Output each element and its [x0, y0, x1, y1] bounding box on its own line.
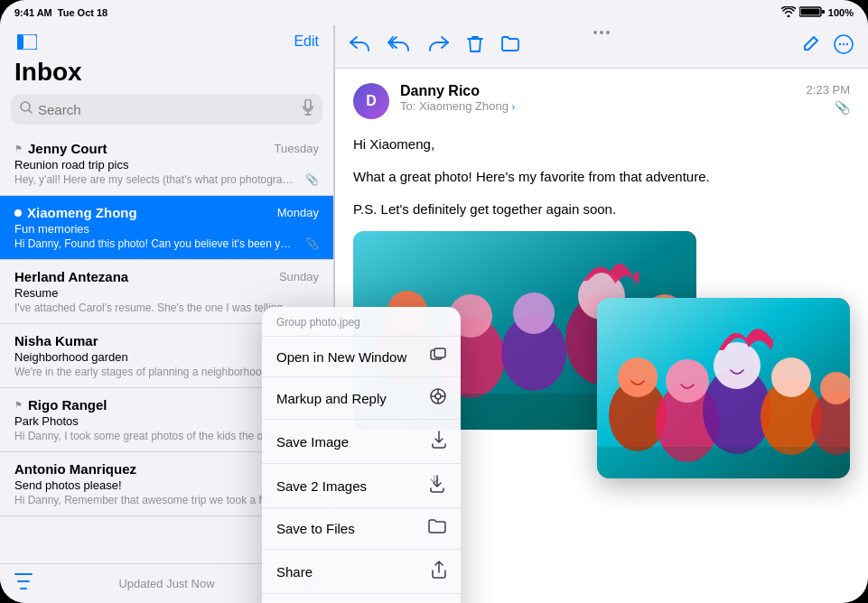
email-line1: What a great photo! Here's my favorite f… [353, 166, 850, 188]
email-attachment-indicator: 📎 [835, 100, 850, 115]
svg-rect-2 [822, 10, 825, 14]
preview-rigo: Hi Danny, I took some great photos of th… [14, 430, 294, 442]
subject-herland: Resume [14, 286, 319, 300]
flag-icon-rigo: ⚑ [14, 400, 23, 410]
reply-button[interactable] [350, 36, 369, 57]
preview-antonio: Hi Danny, Remember that awesome trip we … [14, 494, 294, 506]
open-window-label: Open in New Window [276, 349, 406, 365]
context-menu-save-files[interactable]: Save to Files [262, 508, 461, 550]
save-2-images-icon [428, 475, 446, 496]
svg-point-41 [618, 357, 658, 397]
ipad-frame: 9:41 AM Tue Oct 18 100% [0, 0, 868, 603]
toolbar-right [801, 34, 854, 59]
subject-jenny: Reunion road trip pics [14, 158, 319, 172]
forward-button[interactable] [429, 36, 449, 57]
battery-percent: 100% [828, 7, 854, 18]
status-bar: 9:41 AM Tue Oct 18 100% [0, 0, 868, 25]
save-image-label: Save Image [276, 434, 349, 450]
svg-point-17 [846, 43, 848, 45]
sender-avatar: D [353, 83, 389, 119]
email-line2: P.S. Let's definitely get together again… [353, 199, 850, 220]
context-menu: Group photo.jpeg Open in New Window Mark… [262, 307, 461, 603]
svg-point-24 [513, 292, 555, 334]
svg-point-47 [771, 357, 811, 397]
email-timestamp: 2:23 PM [807, 83, 850, 97]
sidebar-toggle-button[interactable] [14, 32, 40, 51]
battery-icon [799, 5, 825, 20]
flag-icon-jenny: ⚑ [14, 144, 23, 153]
context-menu-open-window[interactable]: Open in New Window [262, 337, 461, 377]
markup-icon [430, 388, 446, 408]
context-menu-filename: Group photo.jpeg [262, 307, 461, 337]
mail-item-jenny[interactable]: ⚑ Jenny Court Tuesday Reunion road trip … [0, 132, 333, 196]
svg-point-15 [839, 43, 841, 45]
wifi-icon [781, 6, 796, 19]
overlay-photo [597, 298, 850, 478]
mail-item-xiaomeng[interactable]: Xiaomeng Zhong Monday Fun memories Hi Da… [0, 196, 333, 260]
status-bar-left: 9:41 AM Tue Oct 18 [14, 7, 107, 18]
compose-button[interactable] [801, 35, 819, 58]
more-button[interactable] [834, 34, 854, 59]
preview-xiaomeng: Hi Danny, Found this photo! Can you beli… [14, 237, 294, 250]
email-meta: Danny Rico To: Xiaomeng Zhong › [400, 83, 796, 113]
save-files-label: Save to Files [276, 521, 355, 536]
preview-herland: I've attached Carol's resume. She's the … [14, 302, 294, 314]
save-image-icon [432, 431, 446, 452]
context-menu-share[interactable]: Share [262, 550, 461, 594]
attachment-icon-xiaomeng: 📎 [305, 237, 319, 250]
email-greeting: Hi Xiaomeng, [353, 134, 850, 155]
svg-point-43 [666, 359, 709, 403]
inbox-title: Inbox [0, 54, 333, 94]
attachment-icon-jenny: 📎 [305, 173, 319, 186]
email-sender-name: Danny Rico [400, 83, 796, 99]
context-menu-save-2-images[interactable]: Save 2 Images [262, 464, 461, 508]
share-icon [432, 561, 446, 582]
save-2-images-label: Save 2 Images [276, 478, 367, 494]
sender-jenny: Jenny Court [28, 141, 107, 156]
search-input[interactable] [38, 102, 297, 117]
context-menu-save-image[interactable]: Save Image [262, 420, 461, 464]
edit-button[interactable]: Edit [294, 33, 319, 50]
date-jenny: Tuesday [275, 142, 319, 155]
svg-rect-1 [800, 9, 819, 15]
folder-button[interactable] [501, 36, 519, 57]
microphone-icon[interactable] [303, 99, 313, 119]
svg-rect-4 [17, 34, 23, 50]
date-xiaomeng: Monday [277, 206, 319, 219]
status-time: 9:41 AM [14, 7, 52, 18]
preview-jenny: Hey, y'all! Here are my selects (that's … [14, 173, 294, 186]
preview-nisha: We're in the early stages of planning a … [14, 366, 294, 378]
date-herland: Sunday [279, 270, 319, 283]
svg-rect-31 [434, 348, 445, 357]
svg-rect-50 [597, 447, 850, 478]
reply-all-button[interactable] [387, 36, 411, 57]
subject-xiaomeng: Fun memories [14, 222, 319, 236]
sender-rigo: Rigo Rangel [28, 397, 107, 413]
sender-nisha: Nisha Kumar [14, 333, 98, 348]
svg-line-6 [29, 110, 32, 113]
footer-updated-text: Updated Just Now [118, 577, 214, 590]
email-body: Hi Xiaomeng, What a great photo! Here's … [353, 134, 850, 220]
sender-antonio: Antonio Manriquez [14, 461, 136, 477]
mail-list-header: Edit [0, 25, 333, 54]
svg-point-16 [843, 43, 845, 45]
sender-herland: Herland Antezana [14, 269, 128, 284]
filter-icon[interactable] [14, 573, 33, 594]
photo-overlay [597, 298, 850, 478]
email-header: D Danny Rico To: Xiaomeng Zhong › 2:23 P… [353, 83, 850, 119]
svg-point-33 [435, 394, 441, 399]
toolbar-left [350, 35, 519, 58]
save-files-icon [428, 519, 446, 538]
email-to: To: Xiaomeng Zhong › [400, 99, 796, 113]
context-menu-copy[interactable]: Copy [262, 594, 461, 603]
search-icon [20, 101, 33, 117]
status-date: Tue Oct 18 [58, 7, 107, 18]
trash-button[interactable] [467, 35, 483, 58]
open-window-icon [430, 348, 446, 366]
unread-dot-xiaomeng [14, 209, 22, 217]
svg-rect-7 [305, 99, 311, 109]
email-toolbar [335, 25, 868, 69]
share-label: Share [276, 564, 313, 580]
context-menu-markup[interactable]: Markup and Reply [262, 377, 461, 420]
markup-label: Markup and Reply [276, 391, 387, 406]
